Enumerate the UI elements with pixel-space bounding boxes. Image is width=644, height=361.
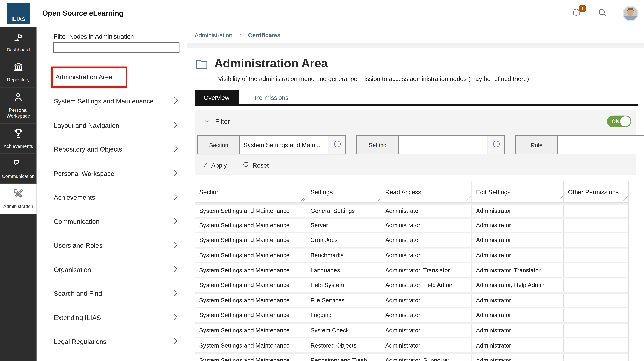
table-cell-other-permissions: [564, 324, 628, 337]
table-cell-section: System Settings and Maintenance: [195, 338, 306, 352]
table-cell-other-permissions: [564, 233, 628, 247]
chevron-right-icon: [172, 193, 179, 202]
table-row: System Settings and MaintenanceCron Jobs…: [195, 233, 628, 248]
tree-list: System Settings and MaintenanceLayout an…: [36, 90, 187, 354]
tree-filter-input[interactable]: [54, 42, 180, 52]
tree-item-system-settings-and-maintenance[interactable]: System Settings and Maintenance: [36, 90, 187, 114]
breadcrumb: Administration Certificates: [187, 27, 644, 44]
tree-filter-label: Filter Nodes in Administration: [54, 33, 187, 40]
table-cell-read-access: Administrator, Supporter: [381, 354, 472, 361]
page-title: Administration Area: [214, 57, 328, 70]
tab-permissions[interactable]: Permissions: [246, 90, 298, 104]
chevron-right-icon: [172, 289, 179, 299]
personal-workspace-icon: [13, 92, 24, 104]
sidebar-item-personal-workspace[interactable]: Personal Workspace: [0, 88, 36, 124]
breadcrumb-link-administration[interactable]: Administration: [195, 32, 232, 39]
table-cell-edit-settings: Administrator, Help Admin: [472, 278, 564, 292]
remove-filter-button[interactable]: [488, 136, 504, 154]
user-avatar[interactable]: [623, 6, 638, 21]
table-cell-edit-settings: Administrator: [472, 338, 564, 352]
sidebar-item-label: Repository: [7, 77, 30, 83]
filter-panel: Filter ON SectionSettingRole ✓ Apply: [195, 110, 636, 175]
permissions-table: SectionSettingsRead AccessEdit SettingsO…: [195, 181, 629, 361]
role-filter-input[interactable]: [558, 136, 644, 154]
apply-button[interactable]: ✓ Apply: [203, 162, 227, 169]
tree-item-administration-area-highlighted[interactable]: Administration Area: [51, 66, 127, 88]
tab-overview[interactable]: Overview: [195, 90, 238, 104]
table-cell-read-access: Administrator: [381, 233, 472, 247]
tree-item-search-and-find[interactable]: Search and Find: [36, 282, 187, 306]
tree-item-label: Search and Find: [54, 290, 102, 298]
column-header-read-access[interactable]: Read Access: [381, 181, 472, 202]
remove-filter-button[interactable]: [328, 136, 346, 154]
sidebar-filler: [0, 214, 36, 361]
filter-group-section: Section: [197, 135, 346, 154]
table-cell-read-access: Administrator: [381, 218, 472, 232]
breadcrumb-link-certificates[interactable]: Certificates: [248, 32, 280, 39]
chevron-right-icon: [172, 241, 179, 250]
table-cell-section: System Settings and Maintenance: [195, 264, 306, 277]
breadcrumb-chevron-icon: [238, 32, 243, 38]
tree-item-organisation[interactable]: Organisation: [36, 258, 187, 282]
filter-on-off-toggle[interactable]: ON: [607, 116, 631, 127]
search-button[interactable]: [596, 8, 608, 20]
tree-item-repository-and-objects[interactable]: Repository and Objects: [36, 138, 187, 162]
column-header-section[interactable]: Section: [195, 181, 306, 202]
column-resize-handle[interactable]: [466, 196, 471, 201]
tree-item-label: Extending ILIAS: [54, 314, 101, 322]
sidebar-item-dashboard[interactable]: Dashboard: [0, 27, 36, 57]
ilias-logo[interactable]: ILIAS: [7, 3, 30, 24]
column-header-settings[interactable]: Settings: [306, 181, 381, 202]
table-cell-other-permissions: [564, 294, 628, 307]
filter-collapse-toggle[interactable]: Filter: [203, 117, 230, 126]
tree-item-label: Communication: [54, 218, 100, 226]
sidebar-item-repository[interactable]: Repository: [0, 57, 36, 88]
table-row: System Settings and MaintenanceFile Serv…: [195, 294, 628, 308]
setting-filter-input[interactable]: [399, 136, 488, 154]
table-cell-read-access: Administrator: [381, 324, 472, 337]
table-cell-read-access: Administrator: [381, 294, 472, 307]
tree-item-extending-ilias[interactable]: Extending ILIAS: [36, 306, 187, 330]
table-cell-section: System Settings and Maintenance: [195, 324, 306, 337]
table-row: System Settings and MaintenanceRepositor…: [195, 354, 628, 361]
column-resize-handle[interactable]: [300, 196, 305, 201]
tree-item-personal-workspace[interactable]: Personal Workspace: [36, 162, 187, 186]
tree-item-layout-and-navigation[interactable]: Layout and Navigation: [36, 114, 187, 138]
column-header-edit-settings[interactable]: Edit Settings: [472, 181, 564, 202]
tab-bar: Overview Permissions: [195, 90, 638, 106]
table-row: System Settings and MaintenanceLoggingAd…: [195, 308, 628, 324]
chevron-down-icon: [203, 117, 210, 126]
column-resize-handle[interactable]: [375, 196, 380, 201]
top-bar: ILIAS Open Source eLearning 1: [0, 0, 644, 27]
chevron-right-icon: [172, 265, 179, 275]
sidebar-item-communication[interactable]: Communication: [0, 154, 36, 184]
table-cell-edit-settings: Administrator: [472, 218, 564, 232]
reset-button[interactable]: Reset: [242, 161, 269, 169]
chevron-right-icon: [172, 217, 179, 226]
tree-item-communication[interactable]: Communication: [36, 210, 187, 234]
table-cell-edit-settings: Administrator: [472, 354, 564, 361]
table-cell-read-access: Administrator: [381, 205, 472, 217]
reset-icon: [242, 161, 250, 169]
column-header-other-permissions[interactable]: Other Permissions: [564, 181, 628, 202]
tree-item-achievements[interactable]: Achievements: [36, 186, 187, 210]
administration-icon: [13, 188, 24, 200]
table-cell-edit-settings: Administrator: [472, 248, 564, 262]
section-filter-input[interactable]: [240, 136, 328, 154]
tree-item-legal-regulations[interactable]: Legal Regulations: [36, 330, 187, 354]
column-resize-handle[interactable]: [623, 196, 628, 201]
table-cell-edit-settings: Administrator: [472, 308, 564, 322]
table-cell-edit-settings: Administrator: [472, 233, 564, 247]
table-cell-section: System Settings and Maintenance: [195, 278, 306, 292]
sidebar-item-administration[interactable]: Administration: [0, 184, 36, 214]
table-cell-settings: File Services: [306, 294, 381, 307]
sidebar-item-achievements[interactable]: Achievements: [0, 124, 36, 154]
tree-item-users-and-roles[interactable]: Users and Roles: [36, 234, 187, 258]
table-cell-edit-settings: Administrator, Translator: [472, 264, 564, 277]
notifications-button[interactable]: 1: [570, 8, 582, 20]
chevron-right-icon: [172, 96, 179, 106]
table-row: System Settings and MaintenanceBenchmark…: [195, 248, 628, 264]
column-header-label: Section: [199, 188, 220, 196]
column-resize-handle[interactable]: [558, 196, 563, 201]
check-icon: ✓: [203, 162, 208, 169]
